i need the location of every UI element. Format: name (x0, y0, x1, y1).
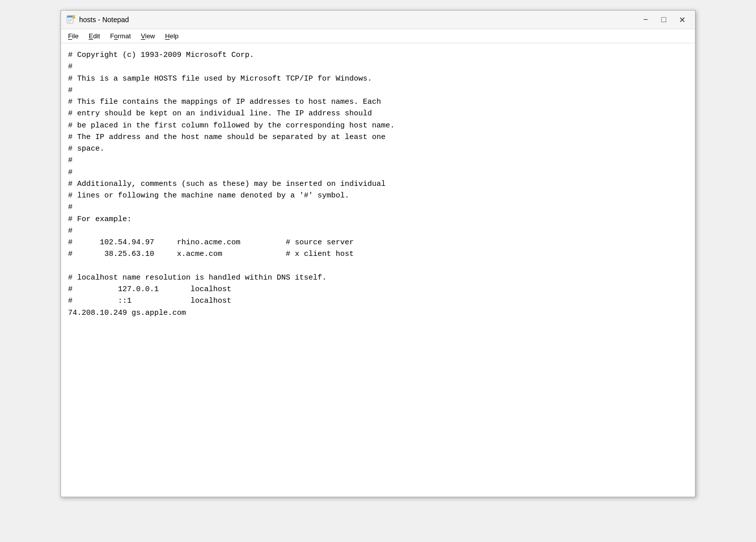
maximize-button[interactable]: □ (656, 14, 672, 26)
menu-format[interactable]: Format (105, 30, 136, 42)
close-button[interactable]: ✕ (674, 14, 690, 26)
editor-content[interactable]: # Copyright (c) 1993-2009 Microsoft Corp… (61, 43, 695, 497)
window-title: hosts - Notepad (79, 16, 129, 24)
notepad-icon (66, 15, 75, 24)
notepad-window: hosts - Notepad − □ ✕ File Edit Format V… (60, 10, 696, 497)
minimize-button[interactable]: − (638, 14, 654, 26)
menu-edit[interactable]: Edit (84, 30, 105, 42)
svg-rect-1 (67, 16, 73, 18)
menu-bar: File Edit Format View Help (61, 29, 695, 43)
title-bar-left: hosts - Notepad (66, 15, 129, 24)
menu-file[interactable]: File (63, 30, 84, 42)
svg-rect-5 (73, 15, 75, 19)
window-controls: − □ ✕ (638, 14, 690, 26)
title-bar: hosts - Notepad − □ ✕ (61, 11, 695, 29)
menu-help[interactable]: Help (160, 30, 184, 42)
menu-view[interactable]: View (136, 30, 160, 42)
